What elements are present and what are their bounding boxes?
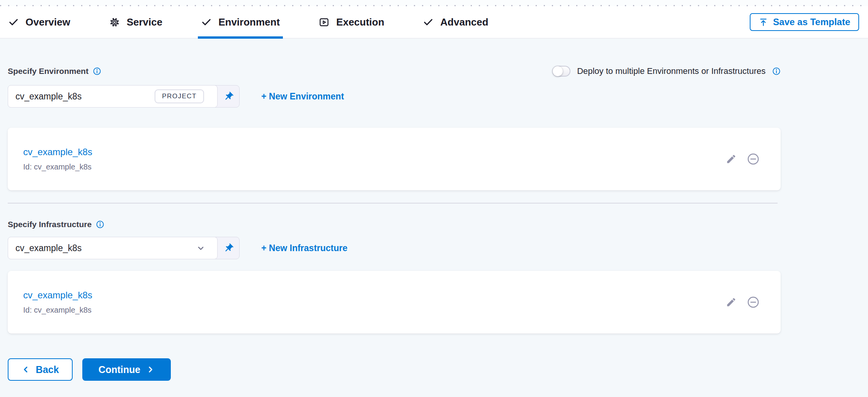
pin-icon — [221, 89, 236, 104]
info-icon[interactable] — [93, 67, 101, 75]
environment-combo: PROJECT — [8, 85, 240, 108]
infrastructure-card-id: Id: cv_example_k8s — [23, 306, 726, 315]
info-icon[interactable] — [772, 67, 781, 75]
new-environment-link[interactable]: + New Environment — [261, 91, 344, 102]
back-button[interactable]: Back — [8, 358, 73, 381]
infrastructure-select[interactable]: cv_example_k8s — [8, 237, 218, 259]
specify-infrastructure-label: Specify Infrastructure — [8, 220, 92, 229]
check-icon — [201, 17, 212, 27]
environment-card-actions — [726, 152, 760, 166]
stage-tabbar: Overview Service Environment — [0, 6, 868, 39]
gear-icon — [109, 17, 120, 28]
continue-label: Continue — [99, 364, 140, 375]
edit-button[interactable] — [726, 297, 737, 308]
info-icon[interactable] — [96, 220, 104, 229]
infrastructure-card-title-link[interactable]: cv_example_k8s — [23, 290, 92, 301]
scope-badge: PROJECT — [155, 89, 204, 103]
top-strip — [0, 0, 868, 5]
infrastructure-card-text: cv_example_k8s Id: cv_example_k8s — [23, 290, 726, 315]
section-divider — [8, 203, 778, 204]
chevron-right-icon — [146, 365, 155, 374]
infrastructure-input-row: cv_example_k8s + New Infrastructure — [8, 237, 781, 259]
toggle-knob — [553, 66, 563, 76]
save-as-template-label: Save as Template — [773, 17, 850, 27]
remove-button[interactable] — [747, 152, 760, 166]
environment-input-row: PROJECT + New Environment — [8, 85, 781, 108]
footer-actions: Back Continue — [8, 358, 781, 381]
tab-service[interactable]: Service — [109, 6, 163, 38]
pin-button[interactable] — [218, 86, 239, 107]
upload-icon — [759, 17, 768, 27]
specify-environment-label-group: Specify Environment — [8, 67, 101, 76]
multi-deploy-toggle-label: Deploy to multiple Environments or Infra… — [577, 66, 766, 76]
back-label: Back — [36, 364, 59, 375]
multi-deploy-toggle-group: Deploy to multiple Environments or Infra… — [552, 66, 781, 77]
infrastructure-header-row: Specify Infrastructure — [8, 220, 781, 229]
environment-field: PROJECT — [8, 85, 218, 108]
environment-header-row: Specify Environment Deploy to multiple E… — [8, 66, 781, 77]
infrastructure-card-actions — [726, 296, 760, 309]
tab-label: Environment — [218, 16, 280, 28]
environment-card-title-link[interactable]: cv_example_k8s — [23, 147, 92, 157]
environment-card: cv_example_k8s Id: cv_example_k8s — [8, 128, 781, 190]
tab-advanced[interactable]: Advanced — [423, 6, 488, 38]
check-icon — [8, 17, 19, 27]
chevron-down-icon[interactable] — [196, 243, 206, 253]
environment-card-id: Id: cv_example_k8s — [23, 163, 726, 171]
pin-icon — [221, 241, 236, 255]
tab-label: Execution — [336, 16, 384, 28]
tab-environment[interactable]: Environment — [201, 6, 280, 38]
tab-label: Overview — [26, 16, 70, 28]
save-as-template-button[interactable]: Save as Template — [750, 13, 859, 31]
infrastructure-selected-value: cv_example_k8s — [15, 243, 196, 253]
specify-infrastructure-label-group: Specify Infrastructure — [8, 220, 104, 229]
edit-button[interactable] — [726, 154, 737, 164]
multi-deploy-toggle[interactable] — [552, 66, 570, 77]
tab-overview[interactable]: Overview — [8, 6, 70, 38]
environment-input[interactable] — [15, 91, 155, 102]
new-infrastructure-link[interactable]: + New Infrastructure — [261, 243, 347, 253]
pin-button[interactable] — [218, 237, 239, 259]
specify-environment-label: Specify Environment — [8, 67, 89, 76]
tab-execution[interactable]: Execution — [318, 6, 384, 38]
environment-stage-content: Specify Environment Deploy to multiple E… — [8, 66, 781, 381]
environment-card-text: cv_example_k8s Id: cv_example_k8s — [23, 147, 726, 171]
tab-label: Service — [127, 16, 163, 28]
stage-tabs: Overview Service Environment — [8, 6, 488, 38]
infrastructure-combo: cv_example_k8s — [8, 237, 240, 259]
play-square-icon — [318, 17, 330, 28]
chevron-left-icon — [22, 365, 30, 374]
remove-button[interactable] — [747, 296, 760, 309]
infrastructure-card: cv_example_k8s Id: cv_example_k8s — [8, 271, 781, 334]
tab-label: Advanced — [440, 16, 488, 28]
continue-button[interactable]: Continue — [82, 358, 171, 381]
check-icon — [423, 17, 434, 27]
